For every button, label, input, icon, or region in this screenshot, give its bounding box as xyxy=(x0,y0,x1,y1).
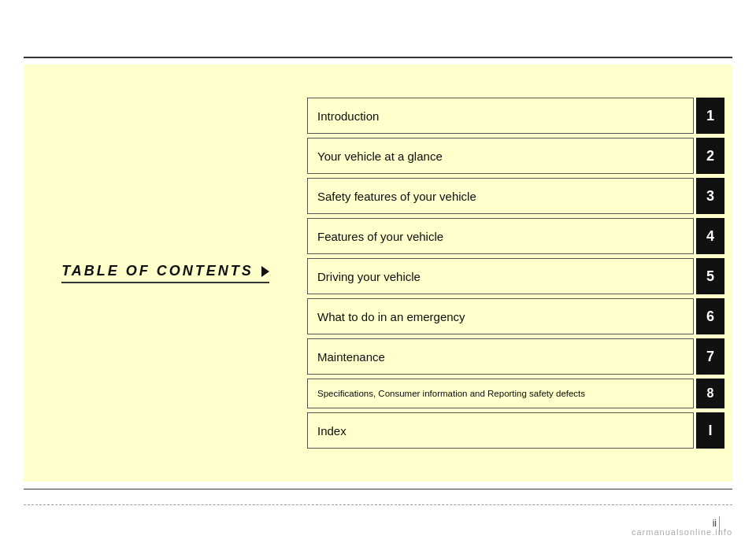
toc-label-7: Maintenance xyxy=(317,350,385,364)
toc-number-2: 2 xyxy=(696,138,724,174)
toc-label-1: Introduction xyxy=(317,109,379,123)
toc-number-5: 5 xyxy=(696,258,724,294)
toc-row-2: Your vehicle at a glance 2 xyxy=(307,138,724,174)
toc-label-8: Specifications, Consumer information and… xyxy=(317,389,585,398)
toc-label-3: Safety features of your vehicle xyxy=(317,190,476,203)
toc-label-4: Features of your vehicle xyxy=(317,230,443,243)
toc-label-5: Driving your vehicle xyxy=(317,270,421,283)
toc-number-7: 7 xyxy=(696,338,724,375)
watermark: carmanualsonline.info xyxy=(632,527,732,537)
toc-row-5: Driving your vehicle 5 xyxy=(307,258,724,294)
toc-number-1: 1 xyxy=(696,98,724,134)
toc-entry-8[interactable]: Specifications, Consumer information and… xyxy=(307,379,694,408)
toc-row-7: Maintenance 7 xyxy=(307,338,724,375)
toc-entry-4[interactable]: Features of your vehicle xyxy=(307,218,694,254)
toc-row-1: Introduction 1 xyxy=(307,98,724,134)
toc-row-9: Index I xyxy=(307,412,724,449)
toc-entry-2[interactable]: Your vehicle at a glance xyxy=(307,138,694,174)
toc-panel: Introduction 1 Your vehicle at a glance … xyxy=(307,65,732,482)
toc-row-6: What to do in an emergency 6 xyxy=(307,298,724,334)
main-content: TABLE OF CONTENTS Introduction 1 Your ve… xyxy=(24,65,732,482)
toc-entry-5[interactable]: Driving your vehicle xyxy=(307,258,694,294)
toc-label-6: What to do in an emergency xyxy=(317,310,465,323)
page-container: TABLE OF CONTENTS Introduction 1 Your ve… xyxy=(0,0,756,543)
toc-entry-6[interactable]: What to do in an emergency xyxy=(307,298,694,334)
title-arrow-icon xyxy=(261,266,269,277)
toc-number-4: 4 xyxy=(696,218,724,254)
toc-label-9: Index xyxy=(317,424,346,438)
bottom-rule-dashed xyxy=(24,504,732,505)
top-rule xyxy=(24,57,732,58)
toc-row-3: Safety features of your vehicle 3 xyxy=(307,178,724,214)
toc-row-4: Features of your vehicle 4 xyxy=(307,218,724,254)
toc-entry-3[interactable]: Safety features of your vehicle xyxy=(307,178,694,214)
toc-number-3: 3 xyxy=(696,178,724,214)
toc-entry-1[interactable]: Introduction xyxy=(307,98,694,134)
page-title: TABLE OF CONTENTS xyxy=(61,263,269,283)
toc-label-2: Your vehicle at a glance xyxy=(317,150,443,163)
toc-number-9: I xyxy=(696,412,724,449)
toc-entry-9[interactable]: Index xyxy=(307,412,694,449)
toc-number-8: 8 xyxy=(696,379,724,408)
toc-row-8: Specifications, Consumer information and… xyxy=(307,379,724,408)
toc-entry-7[interactable]: Maintenance xyxy=(307,338,694,375)
left-panel: TABLE OF CONTENTS xyxy=(24,65,307,482)
title-text: TABLE OF CONTENTS xyxy=(61,263,254,279)
bottom-rule-solid xyxy=(24,489,732,490)
toc-number-6: 6 xyxy=(696,298,724,334)
